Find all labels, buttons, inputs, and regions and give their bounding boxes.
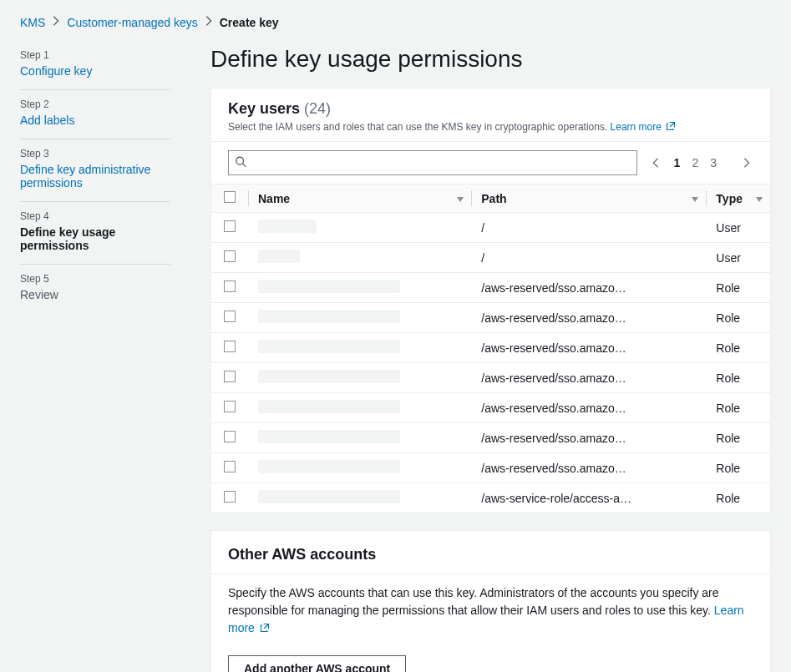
step-label: Step 1 (20, 49, 170, 61)
step-title[interactable]: Add labels (20, 114, 170, 127)
cell-type: Role (706, 483, 770, 513)
other-accounts-title: Other AWS accounts (228, 546, 753, 563)
table-row[interactable]: /User (211, 243, 770, 273)
step-title: Review (20, 288, 170, 301)
step-label: Step 3 (20, 148, 170, 159)
table-row[interactable]: /aws-reserved/sso.amazonaws…Role (211, 333, 770, 363)
cell-type: User (706, 243, 770, 273)
table-row[interactable]: /aws-reserved/sso.amazonaws…Role (211, 423, 770, 453)
cell-type: Role (706, 303, 770, 333)
row-checkbox[interactable] (224, 250, 236, 262)
cell-path: /aws-reserved/sso.amazonaws… (471, 273, 706, 303)
learn-more-link[interactable]: Learn more (611, 121, 677, 133)
table-row[interactable]: /aws-reserved/sso.amazonaws…Role (211, 273, 770, 303)
step-label: Step 5 (20, 273, 170, 285)
cell-path: /aws-service-role/access-analy… (471, 483, 706, 513)
page-1[interactable]: 1 (674, 156, 681, 169)
redacted-name (258, 340, 400, 353)
cell-name (248, 393, 471, 423)
redacted-name (258, 460, 400, 473)
table-row[interactable]: /aws-reserved/sso.amazonaws…Role (211, 393, 770, 423)
cell-type: User (706, 213, 770, 243)
page-2[interactable]: 2 (692, 156, 698, 169)
redacted-name (258, 220, 317, 233)
row-checkbox[interactable] (224, 461, 236, 472)
page-3[interactable]: 3 (710, 156, 717, 169)
chevron-right-icon (50, 15, 62, 29)
step-label: Step 4 (20, 210, 170, 222)
pagination: 123 (649, 156, 753, 169)
row-checkbox[interactable] (224, 431, 236, 442)
sort-icon (456, 192, 464, 205)
cell-name (248, 423, 471, 453)
wizard-step-1[interactable]: Step 1Configure key (20, 41, 170, 90)
step-title[interactable]: Configure key (20, 64, 170, 78)
row-checkbox[interactable] (224, 341, 236, 352)
other-accounts-card: Other AWS accounts Specify the AWS accou… (210, 530, 771, 672)
row-checkbox[interactable] (224, 311, 236, 322)
search-input[interactable] (228, 150, 637, 175)
wizard-step-3[interactable]: Step 3Define key administrative permissi… (20, 139, 170, 202)
breadcrumb-kms[interactable]: KMS (20, 16, 45, 29)
external-link-icon (666, 121, 676, 131)
cell-type: Role (706, 423, 770, 453)
col-name[interactable]: Name (248, 184, 471, 213)
table-row[interactable]: /User (211, 213, 770, 243)
cell-name (248, 333, 471, 363)
add-account-button[interactable]: Add another AWS account (228, 655, 406, 672)
table-row[interactable]: /aws-service-role/access-analy…Role (211, 483, 770, 513)
cell-name (248, 213, 471, 243)
step-title: Define key usage permissions (20, 225, 170, 252)
table-row[interactable]: /aws-reserved/sso.amazonaws…Role (211, 453, 770, 483)
sort-icon (755, 192, 763, 205)
cell-name (248, 273, 471, 303)
cell-path: /aws-reserved/sso.amazonaws… (471, 333, 706, 363)
table-row[interactable]: /aws-reserved/sso.amazonaws…Role (211, 363, 770, 393)
cell-name (248, 483, 471, 513)
cell-type: Role (706, 363, 770, 393)
redacted-name (258, 250, 300, 263)
cell-name (248, 243, 471, 273)
col-type[interactable]: Type (706, 184, 770, 213)
wizard-step-2[interactable]: Step 2Add labels (20, 90, 170, 139)
page-prev[interactable] (649, 156, 662, 169)
cell-path: /aws-reserved/sso.amazonaws… (471, 363, 706, 393)
row-checkbox[interactable] (224, 220, 236, 232)
page-title: Define key usage permissions (210, 46, 771, 73)
redacted-name (258, 490, 400, 503)
row-checkbox[interactable] (224, 401, 236, 412)
other-accounts-desc: Specify the AWS accounts that can use th… (228, 586, 719, 617)
cell-type: Role (706, 393, 770, 423)
redacted-name (258, 280, 400, 293)
row-checkbox[interactable] (224, 491, 236, 503)
col-path[interactable]: Path (471, 184, 706, 213)
cell-path: /aws-reserved/sso.amazonaws… (471, 453, 706, 483)
cell-type: Role (706, 273, 770, 303)
sort-icon (691, 192, 699, 205)
cell-name (248, 453, 471, 483)
cell-path: / (471, 243, 706, 273)
cell-name (248, 363, 471, 393)
cell-name (248, 303, 471, 333)
cell-path: /aws-reserved/sso.amazonaws… (471, 303, 706, 333)
key-users-card: Key users (24) Select the IAM users and … (210, 88, 771, 513)
chevron-right-icon (203, 15, 215, 29)
breadcrumb-customer-keys[interactable]: Customer-managed keys (67, 16, 197, 29)
redacted-name (258, 430, 400, 443)
search-field (228, 150, 637, 175)
table-row[interactable]: /aws-reserved/sso.amazonaws…Role (211, 303, 770, 333)
row-checkbox[interactable] (224, 280, 236, 292)
select-all-checkbox[interactable] (224, 191, 236, 203)
page-next[interactable] (740, 156, 753, 169)
redacted-name (258, 310, 400, 323)
wizard-step-4: Step 4Define key usage permissions (20, 202, 170, 265)
key-users-title: Key users (228, 100, 300, 117)
svg-point-0 (236, 157, 244, 164)
step-title[interactable]: Define key administrative permissions (20, 163, 170, 189)
breadcrumb: KMS Customer-managed keys Create key (20, 15, 771, 29)
cell-path: /aws-reserved/sso.amazonaws… (471, 423, 706, 453)
key-users-count: (24) (304, 100, 331, 117)
redacted-name (258, 370, 400, 383)
row-checkbox[interactable] (224, 371, 236, 382)
breadcrumb-current: Create key (220, 16, 279, 29)
